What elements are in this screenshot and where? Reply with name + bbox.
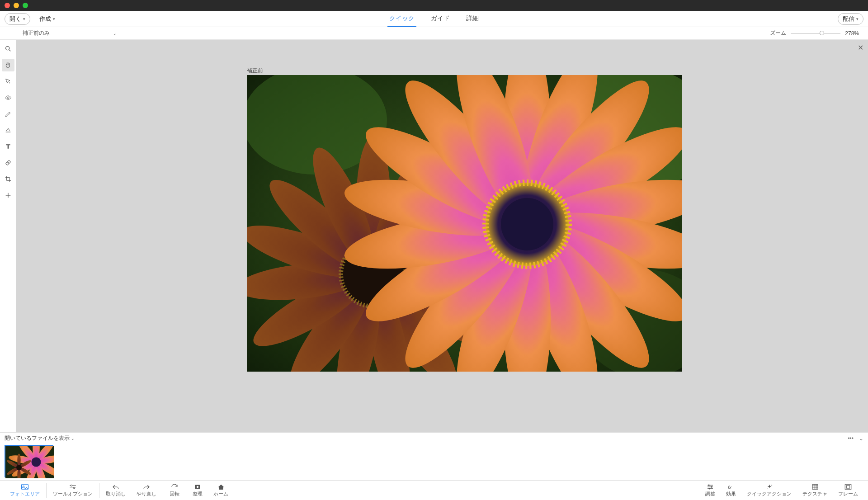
whiten-tool[interactable]: [2, 108, 14, 120]
quick-select-tool[interactable]: [2, 75, 14, 88]
move-tool[interactable]: [2, 189, 14, 202]
type-tool[interactable]: [2, 140, 14, 153]
separator: [163, 483, 163, 498]
zoom-value: 278%: [845, 30, 859, 37]
view-mode-label: 補正前のみ: [23, 29, 50, 37]
separator: [186, 483, 186, 498]
chevron-down-icon: ▾: [53, 17, 55, 21]
zoom-slider-thumb[interactable]: [820, 31, 824, 35]
quick-action-button[interactable]: クイックアクション: [741, 483, 797, 498]
svg-point-35: [711, 486, 712, 487]
photo-thumbnail[interactable]: [5, 445, 53, 477]
crop-tool[interactable]: [2, 173, 14, 185]
zoom-slider[interactable]: [791, 33, 840, 33]
chevron-down-icon[interactable]: ⌄: [859, 435, 863, 442]
bb-label: 回転: [170, 491, 179, 497]
svg-rect-40: [812, 484, 818, 489]
chevron-down-icon: ⌄: [71, 436, 75, 441]
svg-point-30: [197, 486, 199, 488]
straighten-tool[interactable]: [2, 124, 14, 137]
organize-icon: [193, 484, 202, 490]
svg-point-36: [709, 488, 710, 489]
undo-button[interactable]: 取り消し: [100, 483, 131, 498]
rotate-button[interactable]: 回転: [164, 483, 185, 498]
texture-panel-button[interactable]: テクスチャ: [797, 483, 833, 498]
photo-bin-thumbnails: [5, 442, 863, 477]
tab-guided[interactable]: ガイド: [429, 11, 452, 27]
zoom-tool[interactable]: [2, 42, 14, 55]
photo-bin: 開いているファイルを表示 ⌄ ••• ⌄: [0, 432, 868, 480]
photo-bin-header: 開いているファイルを表示 ⌄ ••• ⌄: [5, 434, 863, 442]
organize-button[interactable]: 整理: [187, 483, 208, 498]
svg-point-38: [771, 485, 772, 486]
more-icon[interactable]: •••: [848, 435, 854, 442]
svg-point-0: [5, 47, 9, 50]
photo-bin-label: 開いているファイルを表示: [5, 435, 70, 441]
svg-point-22: [16, 465, 22, 470]
tab-label: ガイド: [431, 14, 450, 22]
chevron-down-icon: ▾: [856, 17, 859, 21]
bb-label: ツールオプション: [53, 491, 93, 497]
bb-label: やり直し: [137, 491, 156, 497]
home-button[interactable]: ホーム: [208, 483, 234, 498]
svg-point-19: [501, 198, 553, 250]
adjust-icon: [706, 484, 714, 490]
hand-tool[interactable]: [2, 59, 14, 71]
zoom-control: ズーム 278%: [770, 29, 859, 37]
redo-icon: [142, 484, 151, 490]
photo-bin-dropdown[interactable]: 開いているファイルを表示 ⌄: [5, 434, 75, 442]
separator: [99, 483, 99, 498]
secondary-toolbar: 補正前のみ ⌄ ズーム 278%: [0, 27, 868, 40]
flower-photo: [247, 75, 682, 372]
bb-label: ホーム: [213, 491, 228, 497]
tool-palette: [0, 40, 16, 432]
mode-tabs: クイック ガイド 詳細: [387, 11, 481, 27]
spot-heal-tool[interactable]: [2, 156, 14, 169]
redeye-tool[interactable]: [2, 91, 14, 104]
frame-panel-button[interactable]: フレーム: [833, 483, 863, 498]
svg-point-2: [9, 83, 9, 83]
close-icon[interactable]: ✕: [858, 43, 863, 52]
svg-point-28: [74, 487, 75, 488]
open-button[interactable]: 開く ▾: [5, 13, 30, 25]
window-close-button[interactable]: [5, 3, 10, 8]
rotate-icon: [170, 484, 179, 490]
bb-label: 整理: [193, 491, 203, 497]
window-maximize-button[interactable]: [23, 3, 28, 8]
open-button-label: 開く: [9, 15, 21, 23]
redo-button[interactable]: やり直し: [131, 483, 162, 498]
create-button[interactable]: 作成 ▾: [35, 14, 60, 24]
adjust-panel-button[interactable]: 調整: [700, 483, 721, 498]
bb-label: 取り消し: [106, 491, 126, 497]
tab-label: クイック: [389, 14, 415, 22]
svg-point-3: [7, 97, 9, 99]
canvas-area: ✕ 補正前: [16, 40, 868, 432]
window-titlebar: [0, 0, 868, 11]
fx-icon: fx: [727, 484, 735, 490]
bb-label: 調整: [705, 491, 715, 497]
zoom-label: ズーム: [770, 29, 786, 37]
tab-expert[interactable]: 詳細: [464, 11, 481, 27]
svg-rect-45: [845, 484, 851, 489]
bb-label: フレーム: [838, 491, 858, 497]
effects-panel-button[interactable]: fx 効果: [721, 483, 741, 498]
canvas-image[interactable]: [247, 75, 682, 372]
tab-quick[interactable]: クイック: [387, 11, 416, 27]
share-button[interactable]: 配信 ▾: [838, 13, 863, 25]
tool-options-button[interactable]: ツールオプション: [47, 483, 98, 498]
window-minimize-button[interactable]: [14, 3, 19, 8]
view-mode-dropdown[interactable]: 補正前のみ ⌄: [23, 29, 117, 37]
canvas-state-label: 補正前: [247, 67, 263, 75]
svg-line-1: [9, 50, 10, 51]
top-toolbar: 開く ▾ 作成 ▾ クイック ガイド 詳細 配信 ▾: [0, 11, 868, 27]
svg-point-21: [32, 458, 41, 467]
bottom-bar: フォトエリア ツールオプション 取り消し やり直し 回転 整理 ホーム 調整: [0, 480, 868, 500]
svg-point-34: [708, 485, 709, 486]
bb-label: クイックアクション: [747, 491, 792, 497]
home-icon: [217, 484, 225, 490]
photo-area-button[interactable]: フォトエリア: [5, 483, 45, 498]
bb-label: 効果: [726, 491, 736, 497]
svg-rect-46: [846, 486, 850, 488]
svg-point-39: [767, 488, 768, 489]
main-area: ✕ 補正前: [0, 40, 868, 432]
